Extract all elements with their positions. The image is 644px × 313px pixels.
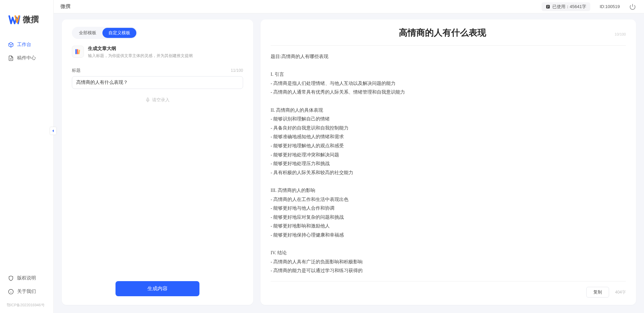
voice-input-button[interactable]: 请空录入 <box>72 97 243 103</box>
template-tabs: 全部模板 自定义模板 <box>72 27 137 39</box>
sidebar-item-label: 稿件中心 <box>17 55 36 61</box>
template-card: 生成文章大纲 输入标题，为你提供文章主体的灵感，并为其创建推文提纲 <box>72 46 243 59</box>
title-input[interactable] <box>72 76 243 89</box>
generate-button[interactable]: 生成内容 <box>116 281 199 296</box>
svg-rect-8 <box>77 49 78 54</box>
usage-badge: 已使用：45641字 <box>542 2 590 11</box>
copy-button[interactable]: 复制 <box>586 287 609 298</box>
template-desc: 输入标题，为你提供文章主体的灵感，并为其创建推文提纲 <box>88 53 193 59</box>
main-content: 全部模板 自定义模板 生成文章大纲 输入标题，为你提供文章主体的灵感，并为其创建… <box>54 0 644 313</box>
divider <box>271 45 626 46</box>
sidebar-item-workbench[interactable]: 工作台 <box>3 38 50 51</box>
sidebar-item-label: 关于我们 <box>17 289 36 295</box>
sidebar: 微撰 工作台 稿件中心 版权说明 关于我们 鄂ICP备2022016946号 <box>0 0 54 313</box>
char-count: 404字 <box>615 290 626 295</box>
title-count: 11/100 <box>231 68 243 73</box>
document-icon <box>8 55 14 61</box>
sidebar-item-about[interactable]: 关于我们 <box>3 285 50 298</box>
voice-label: 请空录入 <box>152 97 170 103</box>
icp-text: 鄂ICP备2022016946号 <box>0 303 53 313</box>
sidebar-item-label: 工作台 <box>17 42 31 48</box>
cube-icon <box>8 42 14 48</box>
output-footer: 复制 404字 <box>271 281 626 298</box>
svg-rect-7 <box>76 49 77 54</box>
logo-text: 微撰 <box>23 14 39 25</box>
shield-icon <box>8 275 14 281</box>
top-header: 微撰 已使用：45641字 ID:100519 <box>0 0 644 13</box>
sidebar-nav: 工作台 稿件中心 <box>0 36 53 68</box>
tab-custom-templates[interactable]: 自定义模板 <box>102 28 136 38</box>
sidebar-collapse-button[interactable] <box>50 127 56 135</box>
logo-mark-icon <box>8 13 20 25</box>
template-title: 生成文章大纲 <box>88 46 193 52</box>
user-id: ID:100519 <box>600 4 620 9</box>
app-name: 微撰 <box>60 3 71 10</box>
power-button[interactable] <box>629 3 636 10</box>
output-title-count: 10/100 <box>614 32 626 36</box>
header-right: 已使用：45641字 ID:100519 <box>542 2 636 11</box>
sidebar-item-label: 版权说明 <box>17 275 36 281</box>
chevron-left-icon <box>51 129 55 133</box>
sidebar-item-drafts[interactable]: 稿件中心 <box>3 52 50 64</box>
text-icon <box>546 4 550 9</box>
output-title: 高情商的人有什么表现 <box>271 27 614 39</box>
output-body: 题目:高情商的人有哪些表现 I. 引言 - 高情商是指人们处理情绪、与他人互动以… <box>271 52 626 276</box>
logo[interactable]: 微撰 <box>0 8 53 36</box>
mic-icon <box>145 98 150 102</box>
title-field-row: 标题 11/100 <box>72 67 243 73</box>
output-panel: 高情商的人有什么表现 10/100 题目:高情商的人有哪些表现 I. 引言 - … <box>261 19 636 305</box>
output-header: 高情商的人有什么表现 10/100 <box>271 27 626 39</box>
usage-label: 已使用： <box>552 4 570 9</box>
sidebar-bottom: 版权说明 关于我们 <box>0 269 53 303</box>
info-icon <box>8 289 14 295</box>
input-panel: 全部模板 自定义模板 生成文章大纲 输入标题，为你提供文章主体的灵感，并为其创建… <box>62 19 253 305</box>
template-icon-wrap <box>72 46 84 58</box>
sidebar-item-copyright[interactable]: 版权说明 <box>3 272 50 284</box>
tab-all-templates[interactable]: 全部模板 <box>73 28 102 38</box>
svg-rect-9 <box>78 50 80 54</box>
books-icon <box>74 48 82 55</box>
title-label: 标题 <box>72 67 81 73</box>
power-icon <box>629 3 636 10</box>
usage-value: 45641字 <box>570 4 586 9</box>
